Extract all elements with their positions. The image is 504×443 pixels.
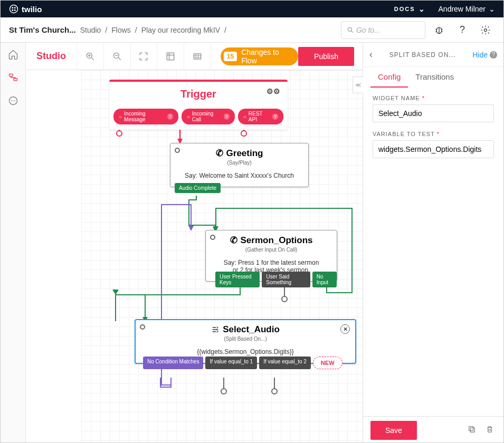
svg-point-18: [13, 100, 14, 101]
add-transition-button[interactable]: NEW: [313, 357, 343, 369]
home-icon[interactable]: [5, 46, 22, 63]
canvas-toolbar: Studio 15 Changes to Flow Publish: [26, 43, 363, 70]
hide-button[interactable]: Hide ?: [472, 51, 497, 59]
widget-greeting[interactable]: ✆ Greeting (Say/Play) Say: Welcome to Sa…: [170, 143, 309, 187]
svg-point-0: [10, 5, 18, 13]
fit-screen-button[interactable]: [131, 43, 158, 70]
back-button[interactable]: ‹: [369, 49, 373, 60]
chevron-down-icon: ⌄: [489, 5, 495, 13]
transition-no-condition[interactable]: No Condition Matches: [143, 357, 203, 369]
input-port[interactable]: [175, 148, 180, 153]
trigger-incoming-message[interactable]: ○ Incoming Message ?: [113, 109, 178, 124]
widget-title: Trigger: [180, 88, 216, 100]
svg-point-5: [348, 27, 351, 31]
transition-user-pressed-keys[interactable]: User Pressed Keys: [215, 272, 260, 287]
settings-icon[interactable]: [476, 21, 495, 40]
svg-rect-30: [194, 54, 201, 59]
input-port[interactable]: [140, 324, 145, 330]
account-name[interactable]: St Tim's Church...: [9, 25, 76, 34]
variable-to-test-input[interactable]: [373, 140, 494, 158]
more-icon[interactable]: [5, 92, 22, 109]
breadcrumb-bar: St Tim's Church... Studio / Flows / Play…: [1, 17, 503, 43]
widget-name-label: WIDGET NAME *: [373, 95, 494, 101]
changes-pill[interactable]: 15 Changes to Flow: [221, 47, 298, 65]
split-icon: [211, 325, 220, 334]
view-button[interactable]: [157, 43, 184, 70]
svg-line-21: [91, 57, 93, 60]
changes-count: 15: [224, 52, 237, 61]
twilio-icon: [9, 4, 18, 14]
variable-to-test-label: VARIABLE TO TEST *: [373, 131, 494, 137]
svg-rect-27: [167, 53, 174, 60]
transition-audio-complete[interactable]: Audio Complete: [175, 183, 221, 193]
transition-no-input[interactable]: No Input: [312, 272, 337, 287]
zoom-out-button[interactable]: [104, 43, 131, 70]
widget-select-audio[interactable]: ✕ Select_Audio (Split Based On...) {{wid…: [135, 319, 356, 364]
transition-equal-2[interactable]: If value equal_to 2: [259, 357, 311, 369]
chevron-down-icon: ⌄: [419, 5, 426, 13]
breadcrumb-item[interactable]: Flows: [111, 26, 131, 34]
grid-button[interactable]: [184, 43, 211, 70]
svg-line-25: [118, 57, 120, 60]
widget-subtype: (Say/Play): [170, 160, 308, 169]
breadcrumb-item[interactable]: Play our recording MkIV: [141, 26, 220, 34]
svg-point-3: [12, 9, 13, 11]
top-nav-bar: twilio DOCS ⌄ Andrew Milner ⌄: [1, 1, 503, 17]
save-button[interactable]: Save: [370, 421, 417, 440]
studio-icon[interactable]: [5, 69, 22, 86]
phone-icon: ✆: [230, 235, 237, 246]
collapse-panel-button[interactable]: ≪: [353, 76, 363, 93]
svg-rect-14: [9, 74, 13, 76]
flow-canvas[interactable]: Trigger ⚙⚙ ○ Incoming Message ? ○ Incomi…: [26, 70, 363, 443]
svg-rect-46: [470, 428, 474, 432]
tab-config[interactable]: Config: [370, 67, 408, 88]
svg-line-6: [351, 31, 353, 32]
search-input[interactable]: Go to...: [341, 21, 425, 39]
svg-rect-47: [469, 426, 473, 430]
studio-title: Studio: [26, 43, 77, 70]
help-icon[interactable]: ?: [453, 21, 472, 40]
brand-logo[interactable]: twilio: [9, 4, 42, 14]
svg-point-1: [12, 7, 13, 8]
svg-point-4: [14, 9, 16, 11]
help-icon: ?: [490, 51, 497, 59]
tab-transitions[interactable]: Transitions: [408, 67, 461, 88]
close-icon[interactable]: ✕: [340, 324, 350, 334]
input-port[interactable]: [210, 235, 215, 240]
svg-line-9: [435, 29, 437, 30]
breadcrumb-item[interactable]: Studio: [80, 26, 101, 34]
user-menu[interactable]: Andrew Milner ⌄: [439, 5, 495, 13]
widget-name-input[interactable]: [373, 104, 494, 122]
widget-trigger[interactable]: Trigger ⚙⚙ ○ Incoming Message ? ○ Incomi…: [109, 80, 288, 130]
svg-line-12: [441, 31, 443, 32]
changes-label: Changes to Flow: [241, 48, 290, 65]
svg-line-10: [441, 29, 443, 30]
phone-icon: ✆: [216, 148, 223, 159]
widget-sermon-options[interactable]: ✆ Sermon_Options (Gather Input On Call) …: [205, 230, 337, 282]
panel-title: SPLIT BASED ON...: [378, 51, 467, 59]
gear-icon[interactable]: ⚙⚙: [267, 87, 280, 95]
svg-point-2: [14, 7, 16, 8]
config-panel: ≪ ‹ SPLIT BASED ON... Hide ? Config Tran…: [363, 43, 503, 443]
trigger-incoming-call[interactable]: ○ Incoming Call ?: [182, 109, 235, 124]
debug-icon[interactable]: [430, 21, 449, 40]
trigger-rest-api[interactable]: ○ REST API ?: [238, 109, 283, 124]
search-icon: [347, 26, 354, 34]
duplicate-icon[interactable]: [465, 423, 478, 438]
zoom-in-button[interactable]: [77, 43, 104, 70]
svg-rect-15: [13, 79, 17, 81]
widget-subtype: (Split Based On...): [136, 336, 355, 345]
publish-button[interactable]: Publish: [298, 47, 354, 66]
svg-point-19: [14, 100, 15, 101]
widget-subtype: (Gather Input On Call): [206, 247, 337, 256]
transition-user-said-something[interactable]: User Said Something: [262, 272, 310, 287]
svg-point-17: [11, 100, 12, 101]
docs-link[interactable]: DOCS ⌄: [394, 5, 426, 13]
transition-equal-1[interactable]: If value equal_to 1: [205, 357, 257, 369]
svg-point-13: [484, 28, 487, 31]
brand-name: twilio: [22, 5, 42, 14]
left-rail: [1, 43, 26, 443]
delete-icon[interactable]: [483, 423, 496, 438]
svg-line-11: [435, 31, 437, 32]
